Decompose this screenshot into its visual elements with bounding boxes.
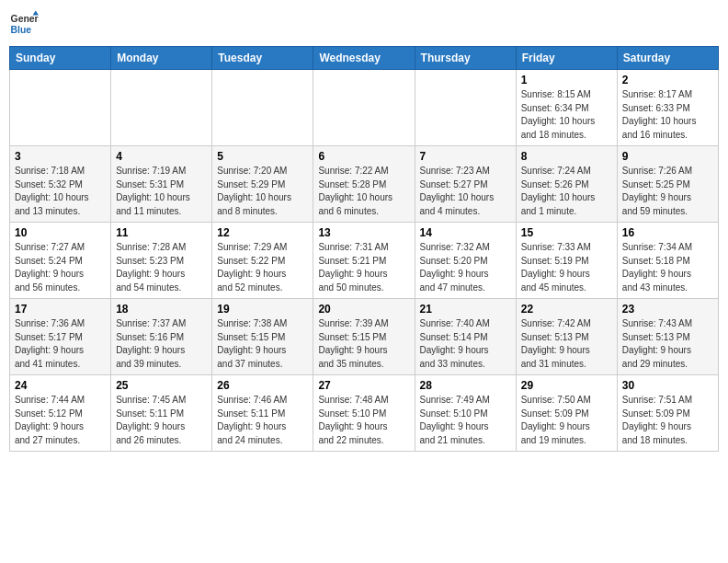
day-number: 25 <box>116 379 207 392</box>
day-number: 30 <box>622 379 713 392</box>
day-number: 5 <box>217 150 308 163</box>
day-info: Sunrise: 7:26 AM Sunset: 5:25 PM Dayligh… <box>622 165 713 218</box>
calendar-cell <box>313 70 415 146</box>
day-number: 13 <box>318 226 409 239</box>
calendar-header-row: SundayMondayTuesdayWednesdayThursdayFrid… <box>10 47 719 70</box>
calendar-cell: 15Sunrise: 7:33 AM Sunset: 5:19 PM Dayli… <box>516 223 617 299</box>
day-header-monday: Monday <box>111 47 212 70</box>
calendar-cell: 18Sunrise: 7:37 AM Sunset: 5:16 PM Dayli… <box>111 299 212 375</box>
day-number: 9 <box>622 150 713 163</box>
calendar-week-row: 10Sunrise: 7:27 AM Sunset: 5:24 PM Dayli… <box>10 223 719 299</box>
calendar-cell <box>212 70 313 146</box>
day-header-saturday: Saturday <box>617 47 718 70</box>
day-info: Sunrise: 7:20 AM Sunset: 5:29 PM Dayligh… <box>217 165 308 218</box>
day-number: 28 <box>420 379 511 392</box>
calendar-cell: 12Sunrise: 7:29 AM Sunset: 5:22 PM Dayli… <box>212 223 313 299</box>
calendar-cell: 21Sunrise: 7:40 AM Sunset: 5:14 PM Dayli… <box>415 299 516 375</box>
day-number: 17 <box>15 303 106 316</box>
day-number: 24 <box>15 379 106 392</box>
day-number: 15 <box>521 226 612 239</box>
day-number: 10 <box>15 226 106 239</box>
svg-marker-2 <box>33 11 39 16</box>
calendar-cell: 2Sunrise: 8:17 AM Sunset: 6:33 PM Daylig… <box>617 70 718 146</box>
calendar-cell: 13Sunrise: 7:31 AM Sunset: 5:21 PM Dayli… <box>313 223 415 299</box>
day-info: Sunrise: 7:40 AM Sunset: 5:14 PM Dayligh… <box>420 317 511 371</box>
calendar-cell: 30Sunrise: 7:51 AM Sunset: 5:09 PM Dayli… <box>617 375 718 452</box>
day-info: Sunrise: 7:24 AM Sunset: 5:26 PM Dayligh… <box>521 165 612 218</box>
day-info: Sunrise: 7:19 AM Sunset: 5:31 PM Dayligh… <box>116 165 207 218</box>
day-number: 8 <box>521 150 612 163</box>
day-info: Sunrise: 7:34 AM Sunset: 5:18 PM Dayligh… <box>622 241 713 294</box>
day-number: 2 <box>622 74 713 86</box>
calendar-cell: 8Sunrise: 7:24 AM Sunset: 5:26 PM Daylig… <box>516 146 617 223</box>
day-number: 1 <box>521 74 612 86</box>
logo-icon: General Blue <box>9 9 39 39</box>
calendar-cell <box>111 70 212 146</box>
day-info: Sunrise: 7:38 AM Sunset: 5:15 PM Dayligh… <box>217 317 308 371</box>
calendar-cell: 26Sunrise: 7:46 AM Sunset: 5:11 PM Dayli… <box>212 375 313 452</box>
day-info: Sunrise: 7:45 AM Sunset: 5:11 PM Dayligh… <box>116 394 207 447</box>
svg-text:General: General <box>11 14 39 24</box>
calendar-cell: 10Sunrise: 7:27 AM Sunset: 5:24 PM Dayli… <box>10 223 111 299</box>
day-number: 22 <box>521 303 612 316</box>
day-number: 14 <box>420 226 511 239</box>
calendar-cell: 17Sunrise: 7:36 AM Sunset: 5:17 PM Dayli… <box>10 299 111 375</box>
day-info: Sunrise: 7:31 AM Sunset: 5:21 PM Dayligh… <box>318 241 409 294</box>
calendar-cell: 28Sunrise: 7:49 AM Sunset: 5:10 PM Dayli… <box>415 375 516 452</box>
calendar-cell: 20Sunrise: 7:39 AM Sunset: 5:15 PM Dayli… <box>313 299 415 375</box>
day-number: 19 <box>217 303 308 316</box>
day-info: Sunrise: 8:17 AM Sunset: 6:33 PM Dayligh… <box>622 88 713 142</box>
calendar-cell: 11Sunrise: 7:28 AM Sunset: 5:23 PM Dayli… <box>111 223 212 299</box>
day-number: 3 <box>15 150 106 163</box>
calendar-cell: 14Sunrise: 7:32 AM Sunset: 5:20 PM Dayli… <box>415 223 516 299</box>
day-number: 7 <box>420 150 511 163</box>
day-number: 18 <box>116 303 207 316</box>
day-number: 27 <box>318 379 409 392</box>
calendar-cell: 16Sunrise: 7:34 AM Sunset: 5:18 PM Dayli… <box>617 223 718 299</box>
calendar-cell: 6Sunrise: 7:22 AM Sunset: 5:28 PM Daylig… <box>313 146 415 223</box>
calendar-cell: 1Sunrise: 8:15 AM Sunset: 6:34 PM Daylig… <box>516 70 617 146</box>
calendar-week-row: 3Sunrise: 7:18 AM Sunset: 5:32 PM Daylig… <box>10 146 719 223</box>
day-info: Sunrise: 7:18 AM Sunset: 5:32 PM Dayligh… <box>15 165 106 218</box>
calendar-cell <box>415 70 516 146</box>
calendar-cell: 27Sunrise: 7:48 AM Sunset: 5:10 PM Dayli… <box>313 375 415 452</box>
calendar-cell: 3Sunrise: 7:18 AM Sunset: 5:32 PM Daylig… <box>10 146 111 223</box>
day-header-friday: Friday <box>516 47 617 70</box>
calendar-week-row: 1Sunrise: 8:15 AM Sunset: 6:34 PM Daylig… <box>10 70 719 146</box>
day-number: 4 <box>116 150 207 163</box>
day-info: Sunrise: 7:23 AM Sunset: 5:27 PM Dayligh… <box>420 165 511 218</box>
logo: General Blue <box>9 9 39 39</box>
calendar-cell: 7Sunrise: 7:23 AM Sunset: 5:27 PM Daylig… <box>415 146 516 223</box>
calendar-cell: 19Sunrise: 7:38 AM Sunset: 5:15 PM Dayli… <box>212 299 313 375</box>
calendar-week-row: 17Sunrise: 7:36 AM Sunset: 5:17 PM Dayli… <box>10 299 719 375</box>
page-header: General Blue <box>9 9 719 39</box>
day-header-wednesday: Wednesday <box>313 47 415 70</box>
day-info: Sunrise: 7:39 AM Sunset: 5:15 PM Dayligh… <box>318 317 409 371</box>
day-info: Sunrise: 7:46 AM Sunset: 5:11 PM Dayligh… <box>217 394 308 447</box>
day-info: Sunrise: 7:32 AM Sunset: 5:20 PM Dayligh… <box>420 241 511 294</box>
calendar-cell: 22Sunrise: 7:42 AM Sunset: 5:13 PM Dayli… <box>516 299 617 375</box>
calendar-cell: 5Sunrise: 7:20 AM Sunset: 5:29 PM Daylig… <box>212 146 313 223</box>
calendar-table: SundayMondayTuesdayWednesdayThursdayFrid… <box>9 46 719 452</box>
svg-text:Blue: Blue <box>11 25 32 35</box>
calendar-cell <box>10 70 111 146</box>
day-info: Sunrise: 7:42 AM Sunset: 5:13 PM Dayligh… <box>521 317 612 371</box>
day-info: Sunrise: 7:44 AM Sunset: 5:12 PM Dayligh… <box>15 394 106 447</box>
day-info: Sunrise: 7:50 AM Sunset: 5:09 PM Dayligh… <box>521 394 612 447</box>
day-number: 23 <box>622 303 713 316</box>
day-number: 29 <box>521 379 612 392</box>
day-number: 16 <box>622 226 713 239</box>
day-info: Sunrise: 8:15 AM Sunset: 6:34 PM Dayligh… <box>521 88 612 142</box>
calendar-cell: 29Sunrise: 7:50 AM Sunset: 5:09 PM Dayli… <box>516 375 617 452</box>
day-number: 6 <box>318 150 409 163</box>
day-header-tuesday: Tuesday <box>212 47 313 70</box>
day-info: Sunrise: 7:28 AM Sunset: 5:23 PM Dayligh… <box>116 241 207 294</box>
calendar-cell: 25Sunrise: 7:45 AM Sunset: 5:11 PM Dayli… <box>111 375 212 452</box>
day-info: Sunrise: 7:43 AM Sunset: 5:13 PM Dayligh… <box>622 317 713 371</box>
day-number: 11 <box>116 226 207 239</box>
day-number: 12 <box>217 226 308 239</box>
day-info: Sunrise: 7:36 AM Sunset: 5:17 PM Dayligh… <box>15 317 106 371</box>
calendar-cell: 24Sunrise: 7:44 AM Sunset: 5:12 PM Dayli… <box>10 375 111 452</box>
day-number: 26 <box>217 379 308 392</box>
day-number: 20 <box>318 303 409 316</box>
